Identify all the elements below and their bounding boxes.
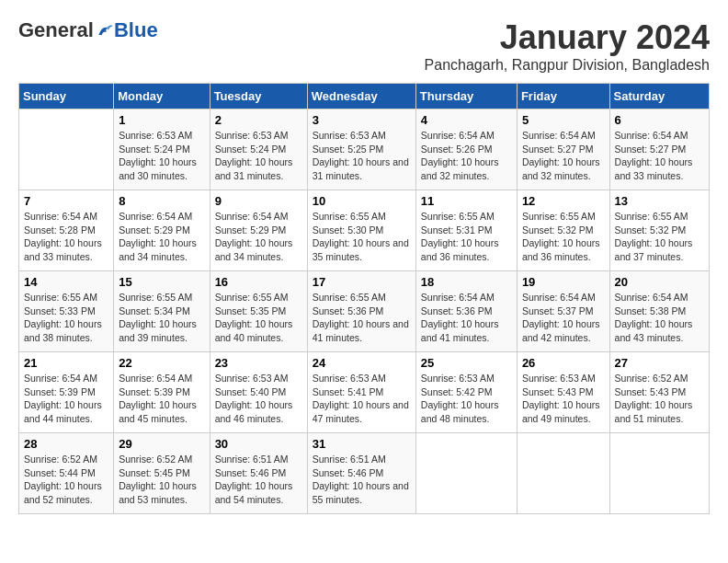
table-row: 15Sunrise: 6:55 AM Sunset: 5:34 PM Dayli… [114, 271, 210, 352]
day-number: 15 [119, 275, 204, 289]
table-row: 18Sunrise: 6:54 AM Sunset: 5:36 PM Dayli… [415, 271, 517, 352]
day-number: 31 [313, 437, 411, 451]
day-number: 16 [215, 275, 302, 289]
day-info: Sunrise: 6:54 AM Sunset: 5:39 PM Dayligh… [119, 372, 204, 426]
table-row: 27Sunrise: 6:52 AM Sunset: 5:43 PM Dayli… [609, 352, 709, 433]
header-saturday: Saturday [609, 84, 709, 109]
day-number: 19 [522, 275, 605, 289]
logo-bird-icon [96, 21, 114, 40]
calendar-week-row: 28Sunrise: 6:52 AM Sunset: 5:44 PM Dayli… [19, 433, 710, 514]
day-info: Sunrise: 6:53 AM Sunset: 5:25 PM Dayligh… [313, 129, 411, 183]
day-info: Sunrise: 6:54 AM Sunset: 5:37 PM Dayligh… [522, 291, 605, 345]
table-row: 10Sunrise: 6:55 AM Sunset: 5:30 PM Dayli… [307, 190, 415, 271]
header-wednesday: Wednesday [307, 84, 415, 109]
day-number: 7 [24, 194, 108, 208]
day-info: Sunrise: 6:53 AM Sunset: 5:41 PM Dayligh… [313, 372, 411, 426]
day-info: Sunrise: 6:55 AM Sunset: 5:32 PM Dayligh… [522, 210, 605, 264]
title-block: January 2024 Panchagarh, Rangpur Divisio… [425, 18, 710, 74]
day-info: Sunrise: 6:54 AM Sunset: 5:28 PM Dayligh… [24, 210, 108, 264]
calendar-header-row: Sunday Monday Tuesday Wednesday Thursday… [19, 84, 710, 109]
day-info: Sunrise: 6:54 AM Sunset: 5:26 PM Dayligh… [421, 129, 512, 183]
table-row [19, 109, 114, 190]
day-info: Sunrise: 6:55 AM Sunset: 5:32 PM Dayligh… [615, 210, 704, 264]
table-row: 7Sunrise: 6:54 AM Sunset: 5:28 PM Daylig… [19, 190, 114, 271]
day-info: Sunrise: 6:54 AM Sunset: 5:36 PM Dayligh… [421, 291, 512, 345]
day-number: 27 [615, 356, 704, 370]
table-row: 12Sunrise: 6:55 AM Sunset: 5:32 PM Dayli… [517, 190, 609, 271]
day-info: Sunrise: 6:52 AM Sunset: 5:44 PM Dayligh… [24, 453, 108, 507]
table-row: 26Sunrise: 6:53 AM Sunset: 5:43 PM Dayli… [517, 352, 609, 433]
calendar-week-row: 14Sunrise: 6:55 AM Sunset: 5:33 PM Dayli… [19, 271, 710, 352]
day-info: Sunrise: 6:54 AM Sunset: 5:38 PM Dayligh… [615, 291, 704, 345]
day-number: 26 [522, 356, 605, 370]
day-info: Sunrise: 6:52 AM Sunset: 5:45 PM Dayligh… [119, 453, 204, 507]
table-row: 22Sunrise: 6:54 AM Sunset: 5:39 PM Dayli… [114, 352, 210, 433]
logo: General Blue [18, 18, 158, 42]
day-number: 8 [119, 194, 204, 208]
day-number: 28 [24, 437, 108, 451]
table-row: 29Sunrise: 6:52 AM Sunset: 5:45 PM Dayli… [114, 433, 210, 514]
table-row: 31Sunrise: 6:51 AM Sunset: 5:46 PM Dayli… [307, 433, 415, 514]
table-row: 17Sunrise: 6:55 AM Sunset: 5:36 PM Dayli… [307, 271, 415, 352]
table-row: 30Sunrise: 6:51 AM Sunset: 5:46 PM Dayli… [210, 433, 307, 514]
day-info: Sunrise: 6:55 AM Sunset: 5:31 PM Dayligh… [421, 210, 512, 264]
table-row: 9Sunrise: 6:54 AM Sunset: 5:29 PM Daylig… [210, 190, 307, 271]
day-number: 23 [215, 356, 302, 370]
table-row: 20Sunrise: 6:54 AM Sunset: 5:38 PM Dayli… [609, 271, 709, 352]
day-info: Sunrise: 6:53 AM Sunset: 5:24 PM Dayligh… [119, 129, 204, 183]
day-number: 29 [119, 437, 204, 451]
table-row: 24Sunrise: 6:53 AM Sunset: 5:41 PM Dayli… [307, 352, 415, 433]
day-number: 10 [313, 194, 411, 208]
table-row: 16Sunrise: 6:55 AM Sunset: 5:35 PM Dayli… [210, 271, 307, 352]
day-info: Sunrise: 6:53 AM Sunset: 5:43 PM Dayligh… [522, 372, 605, 426]
day-number: 18 [421, 275, 512, 289]
day-number: 22 [119, 356, 204, 370]
day-info: Sunrise: 6:54 AM Sunset: 5:27 PM Dayligh… [615, 129, 704, 183]
day-info: Sunrise: 6:55 AM Sunset: 5:36 PM Dayligh… [313, 291, 411, 345]
day-number: 21 [24, 356, 108, 370]
calendar-week-row: 1Sunrise: 6:53 AM Sunset: 5:24 PM Daylig… [19, 109, 710, 190]
table-row: 4Sunrise: 6:54 AM Sunset: 5:26 PM Daylig… [415, 109, 517, 190]
day-number: 1 [119, 113, 204, 127]
day-info: Sunrise: 6:54 AM Sunset: 5:27 PM Dayligh… [522, 129, 605, 183]
table-row: 1Sunrise: 6:53 AM Sunset: 5:24 PM Daylig… [114, 109, 210, 190]
day-number: 2 [215, 113, 302, 127]
table-row: 25Sunrise: 6:53 AM Sunset: 5:42 PM Dayli… [415, 352, 517, 433]
header-thursday: Thursday [415, 84, 517, 109]
day-number: 13 [615, 194, 704, 208]
header-sunday: Sunday [19, 84, 114, 109]
table-row [415, 433, 517, 514]
day-number: 12 [522, 194, 605, 208]
day-info: Sunrise: 6:51 AM Sunset: 5:46 PM Dayligh… [313, 453, 411, 507]
page-header: General Blue January 2024 Panchagarh, Ra… [18, 18, 710, 74]
calendar-week-row: 21Sunrise: 6:54 AM Sunset: 5:39 PM Dayli… [19, 352, 710, 433]
month-title: January 2024 [425, 18, 710, 57]
day-number: 20 [615, 275, 704, 289]
table-row: 3Sunrise: 6:53 AM Sunset: 5:25 PM Daylig… [307, 109, 415, 190]
day-info: Sunrise: 6:52 AM Sunset: 5:43 PM Dayligh… [615, 372, 704, 426]
table-row [517, 433, 609, 514]
logo-blue: Blue [114, 18, 158, 42]
table-row: 6Sunrise: 6:54 AM Sunset: 5:27 PM Daylig… [609, 109, 709, 190]
table-row [609, 433, 709, 514]
day-info: Sunrise: 6:51 AM Sunset: 5:46 PM Dayligh… [215, 453, 302, 507]
table-row: 14Sunrise: 6:55 AM Sunset: 5:33 PM Dayli… [19, 271, 114, 352]
table-row: 5Sunrise: 6:54 AM Sunset: 5:27 PM Daylig… [517, 109, 609, 190]
calendar-week-row: 7Sunrise: 6:54 AM Sunset: 5:28 PM Daylig… [19, 190, 710, 271]
table-row: 11Sunrise: 6:55 AM Sunset: 5:31 PM Dayli… [415, 190, 517, 271]
logo-general: General [18, 18, 94, 42]
table-row: 8Sunrise: 6:54 AM Sunset: 5:29 PM Daylig… [114, 190, 210, 271]
table-row: 21Sunrise: 6:54 AM Sunset: 5:39 PM Dayli… [19, 352, 114, 433]
header-monday: Monday [114, 84, 210, 109]
day-number: 3 [313, 113, 411, 127]
location-subtitle: Panchagarh, Rangpur Division, Bangladesh [425, 57, 710, 74]
day-number: 24 [313, 356, 411, 370]
day-info: Sunrise: 6:53 AM Sunset: 5:42 PM Dayligh… [421, 372, 512, 426]
day-number: 25 [421, 356, 512, 370]
calendar-table: Sunday Monday Tuesday Wednesday Thursday… [18, 83, 710, 514]
day-info: Sunrise: 6:55 AM Sunset: 5:33 PM Dayligh… [24, 291, 108, 345]
header-friday: Friday [517, 84, 609, 109]
day-info: Sunrise: 6:55 AM Sunset: 5:34 PM Dayligh… [119, 291, 204, 345]
day-info: Sunrise: 6:54 AM Sunset: 5:39 PM Dayligh… [24, 372, 108, 426]
day-number: 9 [215, 194, 302, 208]
